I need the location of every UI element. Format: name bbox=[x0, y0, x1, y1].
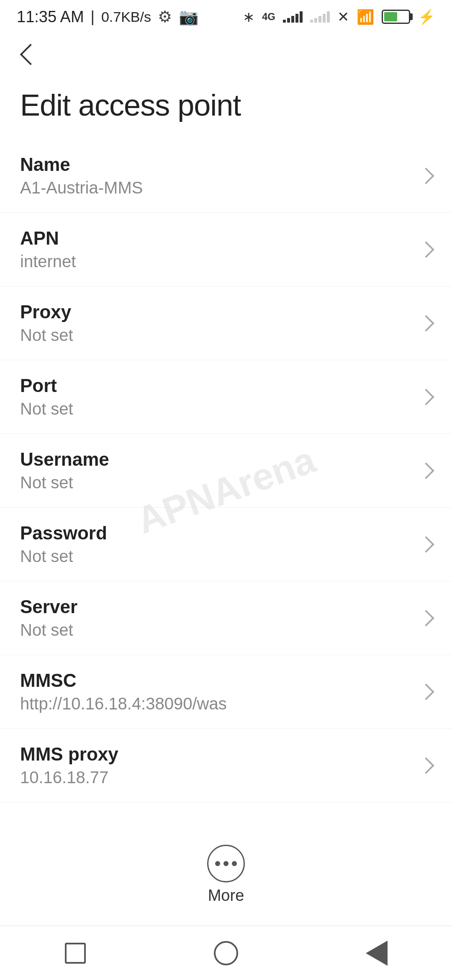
status-divider: | bbox=[91, 8, 95, 26]
settings-value-7: http://10.16.18.4:38090/was bbox=[20, 694, 412, 713]
chevron-right-icon bbox=[418, 462, 434, 479]
chevron-right-icon bbox=[418, 683, 434, 700]
settings-item-server[interactable]: ServerNot set bbox=[0, 581, 452, 655]
wifi-icon: 📶 bbox=[357, 8, 374, 25]
signal-strength-2 bbox=[310, 11, 330, 23]
settings-list: NameA1-Austria-MMSAPNinternetProxyNot se… bbox=[0, 139, 452, 802]
no-signal-icon: ✕ bbox=[337, 8, 349, 25]
chevron-right-icon bbox=[418, 757, 434, 774]
charging-icon: ⚡ bbox=[418, 8, 435, 25]
nav-back-button[interactable] bbox=[352, 936, 402, 970]
more-button[interactable]: More bbox=[207, 845, 245, 905]
chevron-right-icon bbox=[418, 168, 434, 184]
page-title: Edit access point bbox=[20, 88, 432, 122]
chevron-right-icon bbox=[418, 315, 434, 332]
settings-label-1: APN bbox=[20, 228, 412, 249]
signal-strength-1 bbox=[283, 11, 303, 23]
battery-indicator bbox=[382, 10, 410, 24]
home-icon bbox=[214, 941, 238, 965]
settings-label-2: Proxy bbox=[20, 302, 412, 322]
settings-value-5: Not set bbox=[20, 547, 412, 566]
toolbar bbox=[0, 34, 452, 75]
back-button[interactable] bbox=[13, 40, 43, 69]
settings-label-8: MMS proxy bbox=[20, 744, 412, 765]
settings-label-0: Name bbox=[20, 154, 412, 175]
back-icon bbox=[366, 941, 388, 966]
chevron-right-icon bbox=[418, 610, 434, 627]
settings-label-4: Username bbox=[20, 449, 412, 470]
settings-label-3: Port bbox=[20, 375, 412, 396]
status-bar-right: ∗ 4G ✕ 📶 ⚡ bbox=[243, 8, 435, 25]
settings-value-0: A1-Austria-MMS bbox=[20, 178, 412, 197]
status-bar: 11:35 AM | 0.7KB/s ⚙ 📷 ∗ 4G ✕ � bbox=[0, 0, 452, 34]
settings-label-6: Server bbox=[20, 596, 412, 617]
settings-icon: ⚙ bbox=[158, 8, 172, 26]
nav-recents-button[interactable] bbox=[50, 936, 100, 970]
network-type-icon: 4G bbox=[262, 11, 275, 23]
chevron-right-icon bbox=[418, 389, 434, 405]
status-bar-left: 11:35 AM | 0.7KB/s ⚙ 📷 bbox=[17, 8, 198, 26]
settings-label-5: Password bbox=[20, 523, 412, 544]
status-speed: 0.7KB/s bbox=[101, 9, 151, 25]
settings-item-mmsc[interactable]: MMSChttp://10.16.18.4:38090/was bbox=[0, 655, 452, 729]
settings-item-mms-proxy[interactable]: MMS proxy10.16.18.77 bbox=[0, 729, 452, 802]
settings-value-8: 10.16.18.77 bbox=[20, 768, 412, 787]
settings-item-name[interactable]: NameA1-Austria-MMS bbox=[0, 139, 452, 213]
more-label: More bbox=[208, 887, 244, 905]
recents-icon bbox=[65, 943, 86, 964]
chevron-right-icon bbox=[418, 536, 434, 553]
navigation-bar bbox=[0, 926, 452, 980]
more-section: More bbox=[0, 836, 452, 913]
settings-value-3: Not set bbox=[20, 400, 412, 418]
camera-icon: 📷 bbox=[179, 8, 198, 26]
page-title-section: Edit access point bbox=[0, 75, 452, 139]
settings-value-1: internet bbox=[20, 252, 412, 271]
settings-item-username[interactable]: UsernameNot set bbox=[0, 434, 452, 508]
bluetooth-icon: ∗ bbox=[243, 8, 254, 25]
settings-item-apn[interactable]: APNinternet bbox=[0, 213, 452, 286]
settings-item-port[interactable]: PortNot set bbox=[0, 360, 452, 434]
settings-item-proxy[interactable]: ProxyNot set bbox=[0, 286, 452, 360]
settings-value-6: Not set bbox=[20, 621, 412, 640]
status-time: 11:35 AM bbox=[17, 8, 84, 26]
settings-value-4: Not set bbox=[20, 473, 412, 492]
nav-home-button[interactable] bbox=[201, 936, 251, 970]
settings-value-2: Not set bbox=[20, 326, 412, 345]
settings-item-password[interactable]: PasswordNot set bbox=[0, 508, 452, 581]
chevron-right-icon bbox=[418, 241, 434, 258]
settings-label-7: MMSC bbox=[20, 670, 412, 691]
back-arrow-icon bbox=[20, 44, 41, 65]
more-circle-icon bbox=[207, 845, 245, 882]
